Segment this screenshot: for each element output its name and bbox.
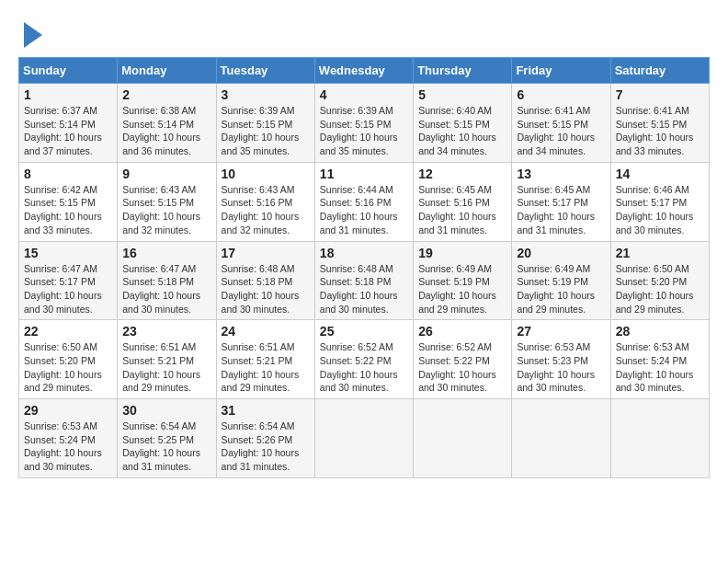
- day-info: Sunrise: 6:44 AMSunset: 5:16 PMDaylight:…: [320, 183, 408, 237]
- calendar-cell-2-4: 19Sunrise: 6:49 AMSunset: 5:19 PMDayligh…: [414, 241, 512, 320]
- day-info: Sunrise: 6:51 AMSunset: 5:21 PMDaylight:…: [122, 340, 210, 395]
- day-number: 13: [517, 167, 605, 181]
- day-number: 9: [122, 167, 210, 181]
- day-info: Sunrise: 6:43 AMSunset: 5:16 PMDaylight:…: [222, 183, 310, 237]
- day-number: 22: [24, 324, 112, 339]
- day-info: Sunrise: 6:49 AMSunset: 5:19 PMDaylight:…: [418, 262, 506, 316]
- calendar-cell-1-3: 11Sunrise: 6:44 AMSunset: 5:16 PMDayligh…: [314, 162, 413, 241]
- col-wednesday: Wednesday: [314, 58, 413, 84]
- calendar-cell-4-0: 29Sunrise: 6:53 AMSunset: 5:24 PMDayligh…: [19, 399, 118, 478]
- calendar-cell-0-5: 6Sunrise: 6:41 AMSunset: 5:15 PMDaylight…: [512, 84, 610, 163]
- day-info: Sunrise: 6:51 AMSunset: 5:21 PMDaylight:…: [222, 340, 310, 395]
- calendar-cell-2-5: 20Sunrise: 6:49 AMSunset: 5:19 PMDayligh…: [512, 241, 610, 320]
- day-number: 10: [222, 167, 310, 181]
- col-thursday: Thursday: [414, 58, 512, 84]
- logo-arrow-icon: [24, 22, 42, 48]
- col-sunday: Sunday: [19, 58, 118, 84]
- calendar-cell-3-1: 23Sunrise: 6:51 AMSunset: 5:21 PMDayligh…: [118, 320, 216, 399]
- calendar-week-4: 22Sunrise: 6:50 AMSunset: 5:20 PMDayligh…: [19, 320, 710, 399]
- calendar-cell-4-6: [610, 399, 709, 478]
- calendar-cell-4-4: [414, 399, 512, 478]
- day-info: Sunrise: 6:48 AMSunset: 5:18 PMDaylight:…: [320, 262, 408, 316]
- day-info: Sunrise: 6:47 AMSunset: 5:17 PMDaylight:…: [24, 262, 112, 316]
- col-tuesday: Tuesday: [216, 58, 314, 84]
- calendar-cell-2-3: 18Sunrise: 6:48 AMSunset: 5:18 PMDayligh…: [314, 241, 413, 320]
- day-number: 23: [122, 324, 210, 339]
- day-number: 21: [616, 246, 704, 260]
- day-number: 25: [320, 324, 408, 339]
- day-number: 28: [616, 324, 704, 339]
- day-info: Sunrise: 6:45 AMSunset: 5:16 PMDaylight:…: [418, 183, 506, 237]
- day-info: Sunrise: 6:39 AMSunset: 5:15 PMDaylight:…: [222, 104, 310, 158]
- day-info: Sunrise: 6:41 AMSunset: 5:15 PMDaylight:…: [616, 104, 704, 158]
- day-info: Sunrise: 6:39 AMSunset: 5:15 PMDaylight:…: [320, 104, 408, 158]
- day-number: 5: [418, 87, 506, 102]
- day-number: 1: [24, 87, 112, 102]
- calendar-cell-2-1: 16Sunrise: 6:47 AMSunset: 5:18 PMDayligh…: [118, 241, 216, 320]
- page-header: [18, 18, 710, 48]
- calendar-cell-4-5: [512, 399, 610, 478]
- day-info: Sunrise: 6:41 AMSunset: 5:15 PMDaylight:…: [517, 104, 605, 158]
- calendar-cell-0-1: 2Sunrise: 6:38 AMSunset: 5:14 PMDaylight…: [118, 84, 216, 163]
- day-number: 24: [222, 324, 310, 339]
- day-info: Sunrise: 6:37 AMSunset: 5:14 PMDaylight:…: [24, 104, 112, 158]
- day-number: 27: [517, 324, 605, 339]
- calendar-cell-4-2: 31Sunrise: 6:54 AMSunset: 5:26 PMDayligh…: [216, 399, 314, 478]
- calendar-cell-3-6: 28Sunrise: 6:53 AMSunset: 5:24 PMDayligh…: [610, 320, 709, 399]
- calendar-cell-0-4: 5Sunrise: 6:40 AMSunset: 5:15 PMDaylight…: [414, 84, 512, 163]
- calendar-cell-4-1: 30Sunrise: 6:54 AMSunset: 5:25 PMDayligh…: [118, 399, 216, 478]
- calendar-week-1: 1Sunrise: 6:37 AMSunset: 5:14 PMDaylight…: [19, 84, 710, 163]
- calendar-week-3: 15Sunrise: 6:47 AMSunset: 5:17 PMDayligh…: [19, 241, 710, 320]
- day-info: Sunrise: 6:46 AMSunset: 5:17 PMDaylight:…: [616, 183, 704, 237]
- calendar-cell-2-2: 17Sunrise: 6:48 AMSunset: 5:18 PMDayligh…: [216, 241, 314, 320]
- calendar-cell-2-0: 15Sunrise: 6:47 AMSunset: 5:17 PMDayligh…: [19, 241, 118, 320]
- calendar-table: Sunday Monday Tuesday Wednesday Thursday…: [18, 57, 710, 478]
- day-number: 4: [320, 87, 408, 102]
- day-number: 7: [616, 87, 704, 102]
- calendar-header-row: Sunday Monday Tuesday Wednesday Thursday…: [19, 58, 710, 84]
- day-info: Sunrise: 6:45 AMSunset: 5:17 PMDaylight:…: [517, 183, 605, 237]
- calendar-week-2: 8Sunrise: 6:42 AMSunset: 5:15 PMDaylight…: [19, 162, 710, 241]
- day-info: Sunrise: 6:47 AMSunset: 5:18 PMDaylight:…: [122, 262, 210, 316]
- day-number: 31: [222, 403, 310, 418]
- calendar-week-5: 29Sunrise: 6:53 AMSunset: 5:24 PMDayligh…: [19, 399, 710, 478]
- day-number: 12: [418, 167, 506, 181]
- day-number: 16: [122, 246, 210, 260]
- day-number: 3: [222, 87, 310, 102]
- day-number: 6: [517, 87, 605, 102]
- calendar-cell-0-0: 1Sunrise: 6:37 AMSunset: 5:14 PMDaylight…: [19, 84, 118, 163]
- calendar-cell-1-6: 14Sunrise: 6:46 AMSunset: 5:17 PMDayligh…: [610, 162, 709, 241]
- day-info: Sunrise: 6:53 AMSunset: 5:24 PMDaylight:…: [616, 340, 704, 395]
- day-number: 19: [418, 246, 506, 260]
- day-number: 8: [24, 167, 112, 181]
- calendar-cell-3-5: 27Sunrise: 6:53 AMSunset: 5:23 PMDayligh…: [512, 320, 610, 399]
- day-number: 20: [517, 246, 605, 260]
- calendar-cell-1-4: 12Sunrise: 6:45 AMSunset: 5:16 PMDayligh…: [414, 162, 512, 241]
- col-friday: Friday: [512, 58, 610, 84]
- day-number: 17: [222, 246, 310, 260]
- day-info: Sunrise: 6:40 AMSunset: 5:15 PMDaylight:…: [418, 104, 506, 158]
- day-number: 18: [320, 246, 408, 260]
- calendar-cell-0-6: 7Sunrise: 6:41 AMSunset: 5:15 PMDaylight…: [610, 84, 709, 163]
- calendar-cell-1-5: 13Sunrise: 6:45 AMSunset: 5:17 PMDayligh…: [512, 162, 610, 241]
- calendar-cell-3-3: 25Sunrise: 6:52 AMSunset: 5:22 PMDayligh…: [314, 320, 413, 399]
- day-info: Sunrise: 6:54 AMSunset: 5:26 PMDaylight:…: [222, 419, 310, 474]
- calendar-cell-2-6: 21Sunrise: 6:50 AMSunset: 5:20 PMDayligh…: [610, 241, 709, 320]
- day-info: Sunrise: 6:38 AMSunset: 5:14 PMDaylight:…: [122, 104, 210, 158]
- day-info: Sunrise: 6:42 AMSunset: 5:15 PMDaylight:…: [24, 183, 112, 237]
- calendar-cell-4-3: [314, 399, 413, 478]
- day-info: Sunrise: 6:54 AMSunset: 5:25 PMDaylight:…: [122, 419, 210, 474]
- calendar-cell-1-1: 9Sunrise: 6:43 AMSunset: 5:15 PMDaylight…: [118, 162, 216, 241]
- calendar-cell-0-3: 4Sunrise: 6:39 AMSunset: 5:15 PMDaylight…: [314, 84, 413, 163]
- day-number: 30: [122, 403, 210, 418]
- day-number: 11: [320, 167, 408, 181]
- day-info: Sunrise: 6:53 AMSunset: 5:24 PMDaylight:…: [24, 419, 112, 474]
- day-number: 2: [122, 87, 210, 102]
- calendar-cell-3-2: 24Sunrise: 6:51 AMSunset: 5:21 PMDayligh…: [216, 320, 314, 399]
- day-info: Sunrise: 6:52 AMSunset: 5:22 PMDaylight:…: [418, 340, 506, 395]
- calendar-cell-1-2: 10Sunrise: 6:43 AMSunset: 5:16 PMDayligh…: [216, 162, 314, 241]
- calendar-cell-0-2: 3Sunrise: 6:39 AMSunset: 5:15 PMDaylight…: [216, 84, 314, 163]
- logo: [18, 18, 42, 48]
- day-info: Sunrise: 6:50 AMSunset: 5:20 PMDaylight:…: [24, 340, 112, 395]
- day-number: 14: [616, 167, 704, 181]
